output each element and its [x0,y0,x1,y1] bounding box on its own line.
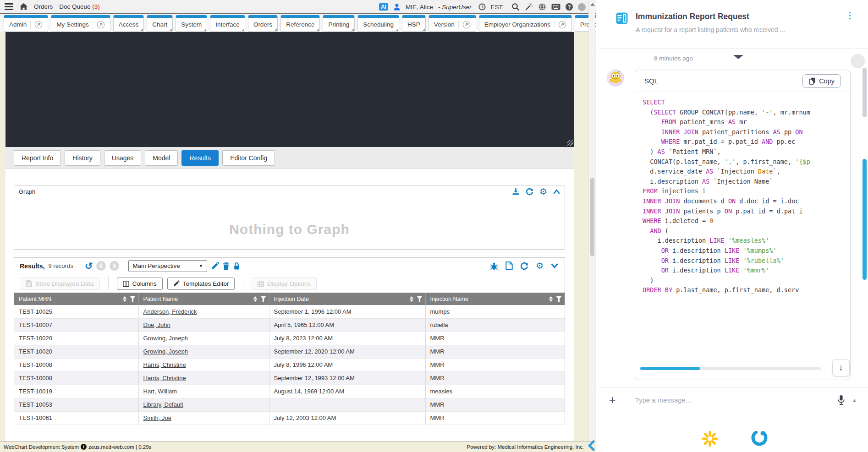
copy-button[interactable]: Copy [802,74,841,88]
undo-icon[interactable]: ↺ [85,261,93,271]
prev-page-button[interactable] [96,261,106,271]
scroll-to-bottom-button[interactable]: ↓ [832,359,850,376]
external-link-icon[interactable] [93,21,105,29]
globe-icon[interactable] [538,3,546,11]
external-link-icon[interactable] [554,21,566,29]
delete-trash-icon[interactable] [223,262,230,270]
gear-icon[interactable]: ⚙ [536,261,544,270]
chevron-down-icon[interactable] [551,263,558,268]
user-name[interactable]: MIE, Alice [406,4,433,11]
code-scrollbar-thumb[interactable] [640,367,700,370]
filter-funnel-icon[interactable] [417,296,423,302]
scroll-up-arrow-icon[interactable] [590,3,595,6]
hamburger-menu-icon[interactable] [5,3,13,10]
perspective-select[interactable]: Main Perspective ▼ [128,260,207,272]
patient-link[interactable]: Anderson, Frederick [143,308,197,315]
avatar-placeholder[interactable] [578,3,586,11]
nav-tab-my-settings[interactable]: My Settings [51,15,110,32]
external-link-icon[interactable] [30,21,43,29]
scroll-float-button[interactable] [851,54,865,68]
timezone-label[interactable]: EST [491,4,503,11]
new-document-icon[interactable] [505,261,513,270]
nav-tab-label: Admin [9,21,27,28]
download-icon[interactable] [512,188,520,196]
table-row: TEST-10061Smith, JoeJuly 12, 2003 12:00 … [14,411,565,425]
nav-tab-label: HSP [407,21,420,28]
tab-editor-config[interactable]: Editor Config [222,150,275,166]
magic-wand-icon[interactable] [525,3,533,11]
column-header-patient-mrn[interactable]: Patient MRN [14,293,138,305]
nav-tab-access[interactable]: Access [113,15,144,32]
sort-icon[interactable] [123,296,130,302]
refresh-icon[interactable] [526,188,533,196]
nav-tab-chart[interactable]: Chart [147,15,173,32]
patient-link[interactable]: Growing, Joseph [143,348,188,355]
editor-dark-panel[interactable] [5,32,574,147]
debug-bug-icon[interactable] [490,262,498,270]
templates-editor-button[interactable]: Templates Editor [167,278,235,290]
scroll-up-icon[interactable]: ▲ [852,398,868,403]
code-line: SELECT [643,98,850,108]
patient-link[interactable]: Harris, Christine [143,361,186,368]
refresh-icon[interactable] [520,262,528,270]
chat-scrollbar-thumb-top[interactable] [863,68,867,117]
filter-funnel-icon[interactable] [130,296,136,302]
microphone-icon[interactable] [837,395,852,405]
sql-code-block[interactable]: SELECT (SELECT GROUP_CONCAT(pp.name, '-'… [635,92,850,354]
nav-tab-orders[interactable]: Orders [248,15,278,32]
sort-icon[interactable] [410,296,417,302]
next-page-button[interactable] [110,261,119,271]
resize-grip-icon[interactable] [567,140,573,146]
scrollbar-thumb[interactable] [590,178,594,256]
column-header-injection-name[interactable]: Injection Name [425,293,565,305]
search-icon[interactable] [511,3,520,11]
code-horizontal-scrollbar[interactable] [640,367,821,370]
external-link-icon[interactable] [458,21,471,29]
patient-link[interactable]: Hart, William [143,388,177,395]
column-header-patient-name[interactable]: Patient Name [138,293,269,305]
kebab-menu-icon[interactable]: ⋮ [846,11,854,20]
patient-link[interactable]: Library, Default [143,401,183,408]
edit-pencil-icon[interactable] [211,262,219,270]
nav-tab-system[interactable]: System [176,15,207,32]
filter-funnel-icon[interactable] [556,296,562,302]
nav-tab-reference[interactable]: Reference [280,15,320,32]
chat-scrollbar-thumb[interactable] [863,159,867,280]
ai-badge[interactable]: AI [379,3,388,11]
patient-link[interactable]: Growing, Joseph [143,335,188,342]
results-button-row: Store Displayed Data Columns Templates E… [14,274,565,293]
info-icon[interactable]: i [81,444,87,450]
sort-icon[interactable] [549,296,556,302]
help-icon[interactable]: ? [566,3,573,11]
nav-tab-scheduling[interactable]: Scheduling [357,15,399,32]
tab-history[interactable]: History [65,150,100,166]
left-scrollbar[interactable] [588,0,595,441]
sort-icon[interactable] [253,296,260,302]
filter-funnel-icon[interactable] [260,296,266,302]
lock-icon[interactable] [233,262,240,270]
nav-tab-interface[interactable]: Interface [210,15,245,32]
nav-tab-printing[interactable]: Printing [323,15,355,32]
chevron-up-icon[interactable] [553,189,560,194]
breadcrumb-app[interactable]: Orders [34,3,53,10]
tab-usages[interactable]: Usages [104,150,141,166]
keyboard-icon[interactable] [551,4,560,10]
tab-results[interactable]: Results [181,150,219,166]
nav-tab-admin[interactable]: Admin [4,15,48,32]
collapse-panel-arrow-icon[interactable] [586,440,597,452]
patient-link[interactable]: Harris, Christine [143,375,186,381]
nav-tab-employer-organizations[interactable]: Employer Organizations [479,15,572,32]
columns-button[interactable]: Columns [117,278,163,290]
nav-tab-version[interactable]: Version [429,15,476,32]
tab-report-info[interactable]: Report Info [14,150,61,166]
breadcrumb-page[interactable]: Doc Queue (3) [59,3,100,10]
home-icon[interactable] [20,3,27,10]
message-input[interactable] [635,396,837,404]
gear-icon[interactable]: ⚙ [539,187,547,196]
patient-link[interactable]: Smith, Joe [143,414,171,421]
nav-tab-hsp[interactable]: HSP [402,15,426,32]
patient-link[interactable]: Doe, John [143,321,170,328]
tab-model[interactable]: Model [145,150,178,166]
column-header-injection-date[interactable]: Injection Date [269,293,425,305]
attach-plus-icon[interactable]: + [599,394,616,406]
